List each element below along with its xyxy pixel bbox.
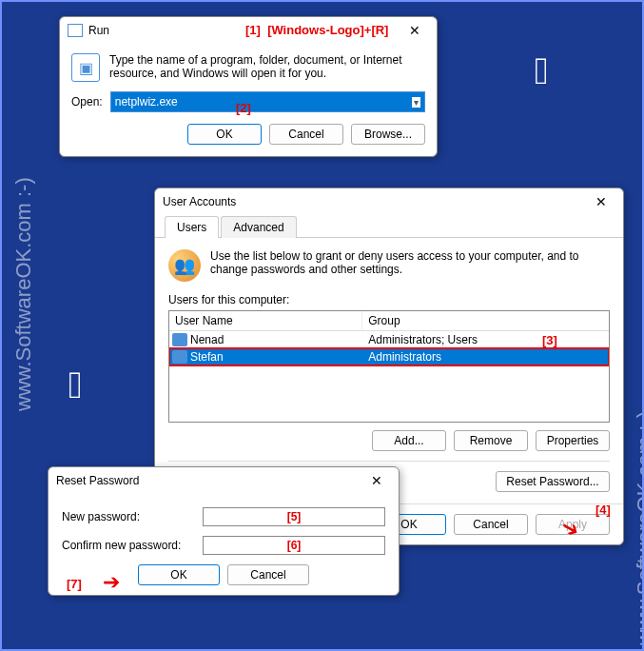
remove-user-button[interactable]: Remove (454, 430, 528, 451)
col-group[interactable]: Group (362, 311, 609, 330)
reset-password-dialog: Reset Password ✕ New password: Confirm n… (48, 466, 400, 596)
ua-title: User Accounts (163, 195, 587, 208)
list-item-selected[interactable]: Stefan Administrators (169, 348, 609, 365)
reset-password-button[interactable]: Reset Password... (496, 471, 610, 492)
close-icon[interactable]: ✕ (400, 23, 429, 38)
open-value: netplwiz.exe (115, 95, 178, 108)
new-password-input[interactable] (203, 507, 385, 526)
user-icon (172, 333, 187, 346)
open-label: Open: (71, 95, 103, 108)
run-program-icon: ▣ (71, 53, 100, 82)
col-username[interactable]: User Name (169, 311, 362, 330)
close-icon[interactable]: ✕ (587, 194, 615, 209)
chevron-down-icon: ▾ (412, 97, 420, 108)
users-icon: 👥 (168, 249, 201, 282)
run-title: Run (88, 24, 400, 37)
ok-button[interactable]: OK (187, 124, 262, 145)
stick-figure-icon: 𓀡 (68, 364, 83, 406)
new-password-label: New password: (62, 510, 195, 523)
rp-title: Reset Password (56, 474, 362, 487)
cancel-button[interactable]: Cancel (227, 564, 309, 585)
watermark-left: www.SoftwareOK.com :-) (11, 177, 36, 411)
run-app-icon (68, 24, 83, 37)
users-list-label: Users for this computer: (168, 293, 610, 306)
user-icon (172, 350, 187, 364)
close-icon[interactable]: ✕ (362, 473, 391, 488)
open-combobox[interactable]: netplwiz.exe ▾ (110, 91, 425, 112)
add-user-button[interactable]: Add... (372, 430, 446, 451)
cancel-button[interactable]: Cancel (269, 124, 343, 145)
run-dialog: Run ✕ ▣ Type the name of a program, fold… (59, 16, 438, 157)
tab-advanced[interactable]: Advanced (221, 216, 296, 238)
browse-button[interactable]: Browse... (351, 124, 425, 145)
list-item[interactable]: Nenad Administrators; Users (169, 331, 609, 348)
confirm-password-input[interactable] (203, 536, 385, 555)
run-description: Type the name of a program, folder, docu… (109, 53, 425, 82)
tab-users[interactable]: Users (165, 216, 219, 238)
confirm-password-label: Confirm new password: (62, 539, 195, 552)
cancel-button[interactable]: Cancel (454, 514, 528, 535)
users-listview[interactable]: User Name Group Nenad Administrators; Us… (168, 310, 610, 423)
apply-button[interactable]: Apply (536, 514, 610, 535)
ua-blurb-text: Use the list below to grant or deny user… (210, 249, 610, 282)
ok-button[interactable]: OK (138, 564, 220, 585)
watermark-right: www.SoftwareOK.com :-) (633, 411, 644, 645)
stick-figure-icon: 𓀠 (535, 49, 549, 92)
properties-button[interactable]: Properties (536, 430, 610, 451)
